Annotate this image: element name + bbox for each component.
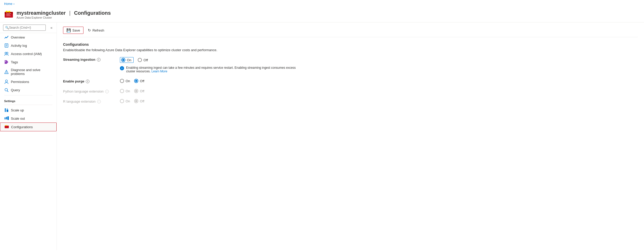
overview-icon xyxy=(4,35,9,40)
streaming-ingestion-info-text: Enabling streaming ingest can take a few… xyxy=(126,66,301,73)
activity-log-icon xyxy=(4,43,9,48)
svg-point-17 xyxy=(6,73,7,73)
r-extension-row: R language extension i On Off xyxy=(63,99,638,103)
svg-rect-2 xyxy=(6,11,8,12)
page-header: mystreamingcluster | Configurations Azur… xyxy=(0,8,644,22)
streaming-ingestion-off-option[interactable]: Off xyxy=(138,58,148,62)
svg-rect-25 xyxy=(7,116,9,120)
python-extension-on-label: On xyxy=(126,89,130,93)
content-area: 💾 Save ↻ Refresh Configurations Enable/d… xyxy=(57,22,644,250)
enable-purge-label: Enable purge i xyxy=(63,79,120,83)
sidebar-item-scale-up[interactable]: Scale up xyxy=(0,106,57,114)
main-layout: 🔍 « Overview xyxy=(0,22,644,250)
enable-purge-radio-group: On Off xyxy=(120,79,144,83)
refresh-button[interactable]: ↻ Refresh xyxy=(85,27,108,34)
svg-rect-23 xyxy=(4,117,6,119)
r-extension-controls: On Off xyxy=(120,99,144,103)
enable-purge-info-icon[interactable]: i xyxy=(86,80,89,83)
configurations-icon xyxy=(4,125,9,129)
streaming-ingestion-on-label: On xyxy=(127,58,131,62)
section-description: Enable/disable the following Azure Data … xyxy=(63,48,638,52)
nav-divider-2 xyxy=(4,105,52,105)
python-extension-radio-group: On Off xyxy=(120,89,144,93)
sidebar-item-permissions[interactable]: Permissions xyxy=(0,78,57,86)
python-extension-info-icon[interactable]: i xyxy=(105,90,109,93)
scale-up-icon xyxy=(4,108,9,112)
refresh-icon: ↻ xyxy=(88,28,91,32)
collapse-button[interactable]: « xyxy=(49,25,53,30)
r-extension-off-option: Off xyxy=(134,99,144,103)
learn-more-link[interactable]: Learn More xyxy=(151,70,167,73)
enable-purge-off-option[interactable]: Off xyxy=(134,79,144,83)
streaming-ingestion-label: Streaming ingestion i xyxy=(63,57,120,62)
svg-point-15 xyxy=(5,61,6,62)
header-text: mystreamingcluster | Configurations Azur… xyxy=(17,10,111,19)
query-label: Query xyxy=(11,88,20,92)
streaming-ingestion-info-box: i Enabling streaming ingest can take a f… xyxy=(120,66,301,73)
r-extension-on-label: On xyxy=(126,99,130,103)
search-icon: 🔍 xyxy=(5,26,9,29)
enable-purge-on-radio[interactable] xyxy=(120,79,124,83)
enable-purge-controls: On Off xyxy=(120,79,144,83)
svg-point-8 xyxy=(6,37,7,38)
svg-rect-5 xyxy=(6,14,10,15)
sidebar-item-diagnose[interactable]: Diagnose and solve problems xyxy=(0,66,57,78)
search-input[interactable] xyxy=(3,25,46,31)
svg-rect-6 xyxy=(6,16,11,16)
sidebar-item-query[interactable]: Query xyxy=(0,86,57,94)
save-button[interactable]: 💾 Save xyxy=(63,27,83,34)
streaming-ingestion-off-radio[interactable] xyxy=(138,58,142,62)
sidebar-item-configurations[interactable]: Configurations xyxy=(0,123,57,131)
enable-purge-on-option[interactable]: On xyxy=(120,79,130,83)
permissions-label: Permissions xyxy=(11,80,29,84)
permissions-icon xyxy=(4,79,9,84)
sidebar-item-tags[interactable]: Tags xyxy=(0,58,57,66)
scale-up-label: Scale up xyxy=(11,108,24,112)
r-extension-off-label: Off xyxy=(140,99,144,103)
save-label: Save xyxy=(72,28,80,32)
r-extension-off-radio xyxy=(134,99,138,103)
sidebar-item-iam[interactable]: Access control (IAM) xyxy=(0,50,57,58)
save-icon: 💾 xyxy=(66,28,71,32)
svg-rect-3 xyxy=(8,11,10,12)
nav-divider xyxy=(4,95,52,95)
cluster-icon xyxy=(4,10,13,19)
configurations-label: Configurations xyxy=(11,125,33,129)
python-extension-controls: On Off xyxy=(120,89,144,93)
python-extension-row: Python language extension i On Off xyxy=(63,89,638,93)
streaming-ingestion-on-radio[interactable] xyxy=(121,58,125,62)
scale-out-label: Scale out xyxy=(11,117,25,120)
iam-icon xyxy=(4,51,9,56)
overview-label: Overview xyxy=(11,35,25,39)
python-extension-on-option: On xyxy=(120,89,130,93)
svg-line-20 xyxy=(7,91,8,92)
sidebar-item-scale-out[interactable]: Scale out xyxy=(0,114,57,123)
refresh-label: Refresh xyxy=(93,28,104,32)
diagnose-icon xyxy=(4,70,9,74)
enable-purge-on-label: On xyxy=(126,79,130,83)
settings-section-label: Settings xyxy=(0,96,57,104)
enable-purge-off-label: Off xyxy=(140,79,144,83)
sidebar: 🔍 « Overview xyxy=(0,22,57,250)
activity-log-label: Activity log xyxy=(11,44,27,48)
svg-point-7 xyxy=(5,37,6,38)
streaming-ingestion-info-icon[interactable]: i xyxy=(97,58,101,62)
breadcrumb-home[interactable]: Home xyxy=(4,2,12,6)
streaming-ingestion-on-option[interactable]: On xyxy=(120,57,134,63)
page-subtitle: Azure Data Explorer Cluster xyxy=(17,16,111,19)
enable-purge-off-radio[interactable] xyxy=(134,79,138,83)
r-extension-on-radio xyxy=(120,99,124,103)
sidebar-item-activity-log[interactable]: Activity log xyxy=(0,41,57,50)
search-bar: 🔍 « xyxy=(0,22,57,33)
python-extension-label: Python language extension i xyxy=(63,89,120,93)
breadcrumb-chevron: › xyxy=(13,2,14,6)
svg-rect-27 xyxy=(5,125,6,126)
r-extension-label: R language extension i xyxy=(63,99,120,103)
tags-label: Tags xyxy=(11,60,18,64)
svg-rect-26 xyxy=(5,126,9,128)
sidebar-item-overview[interactable]: Overview xyxy=(0,33,57,41)
svg-rect-22 xyxy=(7,110,8,112)
enable-purge-row: Enable purge i On Off xyxy=(63,79,638,83)
info-circle-icon: i xyxy=(120,66,124,70)
r-extension-info-icon[interactable]: i xyxy=(97,100,101,103)
